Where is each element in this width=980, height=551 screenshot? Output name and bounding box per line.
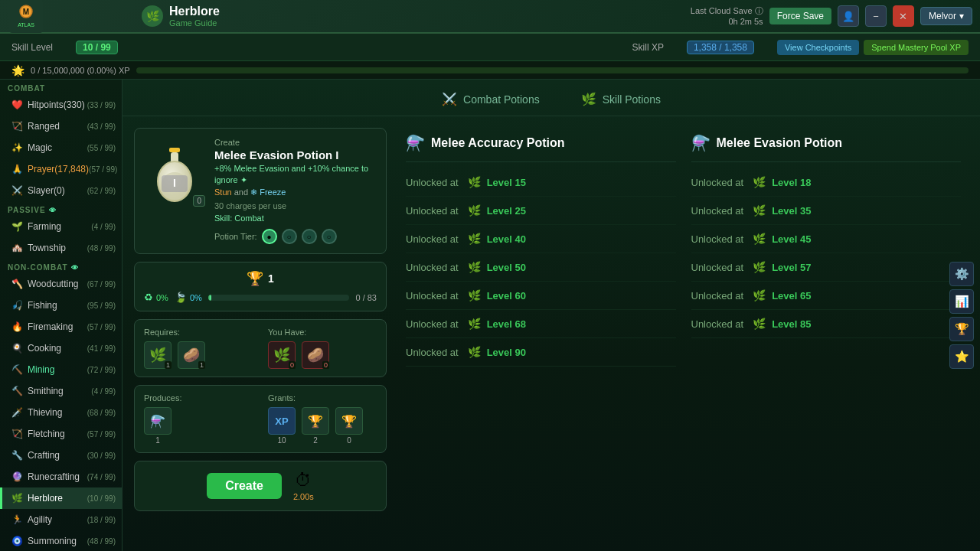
xp-pool-progress-bar	[136, 67, 969, 73]
settings-icon-button[interactable]: 👤	[838, 5, 859, 27]
sidebar-item-fletching[interactable]: 🏹 Fletching (57 / 99)	[0, 423, 122, 445]
grant-mastery: 🏆 2	[302, 407, 329, 445]
township-icon: 🏘️	[10, 241, 24, 255]
tier-dot-2[interactable]: ○	[282, 229, 297, 244]
close-button[interactable]: ✕	[893, 5, 914, 27]
account-button[interactable]: Melvor ▾	[920, 7, 972, 25]
skill-tab-herblore[interactable]: 🌿 Herblore Game Guide	[126, 5, 691, 28]
sidebar-item-crafting[interactable]: 🔧 Crafting (30 / 99)	[0, 445, 122, 466]
skill-bar: Skill Level 10 / 99 Skill XP 1,358 / 1,3…	[0, 34, 980, 61]
tier-dot-4[interactable]: ○	[322, 229, 337, 244]
sidebar-item-herblore[interactable]: 🌿 Herblore (10 / 99)	[0, 487, 122, 509]
slayer-label: Slayer(0)	[28, 185, 87, 196]
tab-combat-potions[interactable]: ⚔️ Combat Potions	[433, 89, 549, 109]
agility-levels: (18 / 99)	[87, 516, 116, 524]
sidebar-item-township[interactable]: 🏘️ Township (48 / 99)	[0, 237, 122, 259]
evasion-entry-5[interactable]: Unlocked at 🌿 Level 65	[691, 282, 962, 310]
accuracy-entry-6[interactable]: Unlocked at 🌿 Level 68	[406, 310, 676, 338]
evasion-entry-1[interactable]: Unlocked at 🌿 Level 18	[691, 168, 962, 197]
recycle-icon: ♻	[144, 292, 153, 303]
potion-desc-text: +8% Melee Evasion and +10% chance to ign…	[214, 164, 368, 184]
create-button[interactable]: Create	[207, 473, 282, 499]
trophy-side-button[interactable]: 🏆	[949, 317, 974, 341]
crafting-levels: (30 / 99)	[87, 452, 116, 460]
evasion-leaf-2: 🌿	[753, 204, 766, 217]
melvor-logo-icon: M ATLAS	[9, 0, 43, 33]
accuracy-entry-4[interactable]: Unlocked at 🌿 Level 50	[406, 253, 676, 282]
evasion-entry-4[interactable]: Unlocked at 🌿 Level 57	[691, 253, 962, 282]
accuracy-entry-5[interactable]: Unlocked at 🌿 Level 60	[406, 282, 676, 310]
sidebar-item-smithing[interactable]: 🔨 Smithing (4 / 99)	[0, 380, 122, 402]
sidebar-item-hitpoints[interactable]: ❤️ Hitpoints(330) (33 / 99)	[0, 94, 122, 116]
farming-levels: (4 / 99)	[91, 223, 116, 231]
leaf-icon-6: 🌿	[468, 318, 481, 330]
sidebar-item-thieving[interactable]: 🗡️ Thieving (68 / 99)	[0, 402, 122, 423]
cloud-save-info: Last Cloud Save ⓘ 0h 2m 5s	[691, 5, 763, 28]
sidebar-item-agility[interactable]: 🏃 Agility (18 / 99)	[0, 509, 122, 530]
herblore-sidebar-levels: (10 / 99)	[87, 494, 116, 503]
game-guide-link[interactable]: Game Guide	[169, 18, 220, 28]
accuracy-entry-3[interactable]: Unlocked at 🌿 Level 40	[406, 225, 676, 253]
combat-potions-icon: ⚔️	[442, 92, 457, 106]
hitpoints-label: Hitpoints(330)	[28, 99, 87, 110]
force-save-button[interactable]: Force Save	[769, 8, 831, 24]
grants-label: Grants:	[268, 393, 377, 403]
sidebar-item-woodcutting[interactable]: 🪓 Woodcutting (67 / 99)	[0, 273, 122, 295]
leaf-icon: 🍃	[175, 292, 187, 303]
accuracy-entry-2[interactable]: Unlocked at 🌿 Level 25	[406, 197, 676, 225]
account-label: Melvor	[929, 11, 956, 21]
sidebar-item-ranged[interactable]: 🏹 Ranged (43 / 99)	[0, 116, 122, 137]
fishing-levels: (95 / 99)	[87, 302, 116, 310]
accuracy-entry-7[interactable]: Unlocked at 🌿 Level 90	[406, 338, 676, 367]
runecrafting-label: Runecrafting	[28, 471, 87, 482]
top-right-controls: Last Cloud Save ⓘ 0h 2m 5s Force Save 👤 …	[691, 5, 972, 28]
leaf-icon-5: 🌿	[468, 289, 481, 302]
stats-side-button[interactable]: 📊	[949, 289, 974, 314]
view-checkpoints-button[interactable]: View Checkpoints	[777, 40, 859, 55]
spend-mastery-button[interactable]: Spend Mastery Pool XP	[864, 40, 969, 55]
logo-area: M ATLAS	[8, 0, 126, 33]
create-label: Create	[214, 138, 377, 147]
sidebar-item-magic[interactable]: ✨ Magic (55 / 99)	[0, 137, 122, 158]
chevron-down-icon: ▾	[959, 11, 964, 21]
accuracy-col-icon: ⚗️	[406, 134, 425, 152]
herblore-sidebar-label: Herblore	[28, 493, 87, 504]
mastery-pool-icon: 🌟	[11, 64, 24, 77]
checkpoint-buttons: View Checkpoints Spend Mastery Pool XP	[777, 40, 969, 55]
skill-level-label: Skill Level	[11, 42, 53, 53]
tier-dot-3[interactable]: ○	[302, 229, 317, 244]
star-side-button[interactable]: ⭐	[949, 344, 974, 369]
sidebar-section-combat: COMBAT	[0, 80, 122, 94]
accuracy-entry-1[interactable]: Unlocked at 🌿 Level 15	[406, 168, 676, 197]
requires-column: Requires: 🌿 1 🥔	[144, 328, 253, 369]
sidebar-item-fishing[interactable]: 🎣 Fishing (95 / 99)	[0, 295, 122, 316]
tier-dot-1[interactable]: ●	[262, 229, 277, 244]
sidebar-item-mining[interactable]: ⛏️ Mining (72 / 99)	[0, 359, 122, 380]
have-count-2: 0	[322, 361, 329, 369]
runecrafting-icon: 🔮	[10, 470, 24, 484]
minimize-button[interactable]: −	[865, 5, 887, 27]
sidebar-item-cooking[interactable]: 🍳 Cooking (41 / 99)	[0, 337, 122, 359]
sidebar-item-summoning[interactable]: 🧿 Summoning (48 / 99)	[0, 530, 122, 551]
woodcutting-label: Woodcutting	[28, 279, 87, 289]
settings-side-button[interactable]: ⚙️	[949, 262, 974, 286]
sidebar-item-firemaking[interactable]: 🔥 Firemaking (57 / 99)	[0, 316, 122, 337]
sidebar-item-runecrafting[interactable]: 🔮 Runecrafting (74 / 99)	[0, 466, 122, 487]
potion-info: Create Melee Evasion Potion I +8% Melee …	[214, 138, 377, 244]
potions-list: ⚗️ Melee Accuracy Potion Unlocked at 🌿 L…	[398, 128, 969, 511]
sidebar-item-farming[interactable]: 🌱 Farming (4 / 99)	[0, 216, 122, 237]
require-icon-2: 🥔 1	[178, 341, 205, 369]
sidebar-item-slayer[interactable]: ⚔️ Slayer(0) (62 / 99)	[0, 180, 122, 201]
firemaking-label: Firemaking	[28, 321, 87, 332]
sidebar: COMBAT ❤️ Hitpoints(330) (33 / 99) 🏹 Ran…	[0, 80, 122, 551]
evasion-entry-3[interactable]: Unlocked at 🌿 Level 45	[691, 225, 962, 253]
fishing-icon: 🎣	[10, 298, 24, 312]
potion-charges: 30 charges per use	[214, 201, 377, 210]
create-panel: I 0 Create Melee Evasion Potion I +8% Me…	[134, 128, 387, 511]
output-row: Produces: ⚗️ 1 Grants:	[144, 393, 377, 445]
tab-skill-potions[interactable]: 🌿 Skill Potions	[572, 89, 670, 109]
evasion-entry-6[interactable]: Unlocked at 🌿 Level 85	[691, 310, 962, 338]
potion-tier-row: Potion Tier: ● ○ ○ ○	[214, 229, 377, 244]
evasion-entry-2[interactable]: Unlocked at 🌿 Level 35	[691, 197, 962, 225]
sidebar-item-prayer[interactable]: 🙏 Prayer(17,848) (57 / 99)	[0, 158, 122, 180]
